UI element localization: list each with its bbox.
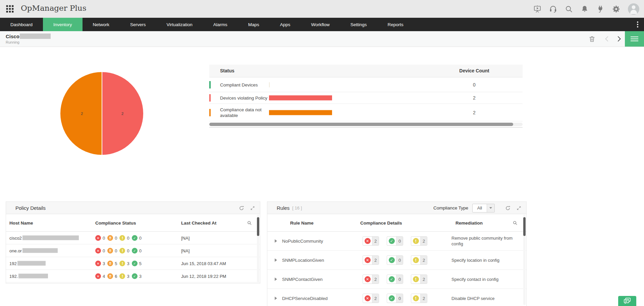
tab-workflow[interactable]: Workflow [301, 18, 340, 31]
compliance-pie-chart[interactable]: 2 2 [60, 72, 143, 155]
row-accent [209, 81, 211, 88]
rule-row[interactable]: SNMPLocationGiven ✕2 ✓0 !2 Specify locat… [267, 251, 526, 270]
expand-icon[interactable] [516, 205, 522, 211]
expand-row-arrow-icon[interactable] [275, 258, 277, 262]
nav-overflow-menu-icon[interactable] [635, 20, 640, 28]
tab-network[interactable]: Network [83, 18, 120, 31]
policy-row[interactable]: 192. ✕4 ‼6 !3 ✓3 Jun 12, 2018 19:22 PM [6, 270, 260, 283]
device-subheader: Cisco Running [0, 31, 644, 47]
expand-row-arrow-icon[interactable] [275, 239, 277, 243]
panel-title: Policy Details [15, 205, 46, 211]
violation-icon: ✕ [365, 257, 371, 263]
live-chat-button[interactable] [618, 296, 636, 306]
vertical-scrollbar[interactable] [257, 215, 259, 282]
warning-count: 2 [420, 256, 427, 264]
major-count: 0 [115, 248, 117, 253]
policy-row[interactable]: one.or ✕0 ‼0 !0 ✓0 [NA] [6, 244, 260, 257]
refresh-icon[interactable] [239, 205, 244, 211]
tab-maps[interactable]: Maps [238, 18, 270, 31]
compliant-icon: ✓ [389, 238, 395, 244]
device-status: Running [6, 40, 19, 44]
device-menu-button[interactable] [625, 31, 644, 47]
compliant-icon: ✓ [389, 276, 395, 282]
delete-trash-icon[interactable] [588, 35, 596, 43]
expand-row-arrow-icon[interactable] [275, 297, 277, 300]
host-name: one.or [9, 248, 58, 253]
policy-row[interactable]: 192 ✕3 ‼5 !3 ✓5 Jun 15, 2018 03:47 AM [6, 257, 260, 270]
support-headset-icon[interactable] [549, 5, 557, 13]
minor-icon: ! [119, 260, 125, 266]
refresh-icon[interactable] [505, 205, 511, 211]
compliance-type-dropdown[interactable]: All [472, 204, 495, 212]
column-compliance-status: Compliance Status [95, 220, 136, 225]
apps-grid-icon[interactable] [6, 5, 14, 13]
policy-row[interactable]: cisco2 ✕0 ‼0 !0 ✓0 [NA] [6, 232, 260, 244]
tab-dashboard[interactable]: Dashboard [0, 18, 43, 31]
last-checked-at: [NA] [181, 248, 190, 253]
major-count: 5 [115, 261, 117, 266]
notifications-bell-icon[interactable] [581, 5, 589, 13]
dropdown-value: All [473, 204, 487, 212]
pie-slice-divider [102, 72, 102, 155]
redacted-text [22, 235, 79, 240]
addons-plug-icon[interactable] [596, 5, 604, 13]
row-accent [209, 94, 211, 102]
tab-reports[interactable]: Reports [377, 18, 414, 31]
compliance-status-icons: ✕4 ‼6 !3 ✓3 [95, 273, 143, 279]
previous-chevron-icon[interactable] [603, 35, 611, 43]
table-row[interactable]: Compliant Devices 0 [209, 77, 523, 92]
column-search-icon[interactable] [247, 220, 252, 225]
rule-row[interactable]: SNMPContactGiven ✕2 ✓0 !2 Specify contac… [267, 270, 526, 289]
demo-presentation-icon[interactable] [533, 5, 541, 13]
vertical-scrollbar[interactable] [523, 215, 526, 305]
warning-icon: ! [413, 238, 419, 244]
major-icon: ‼ [107, 235, 113, 241]
status-bar [269, 110, 332, 115]
violation-icon: ✕ [95, 273, 101, 279]
filter-label: Compliance Type [433, 205, 468, 210]
chat-bubbles-icon [623, 297, 632, 305]
compliant-count: 0 [396, 256, 403, 264]
tab-alarms[interactable]: Alarms [203, 18, 238, 31]
violation-count: 4 [103, 273, 105, 279]
scrollbar-thumb[interactable] [209, 123, 513, 126]
tab-apps[interactable]: Apps [270, 18, 301, 31]
rule-row[interactable]: DHCPServiceDisabled ✕2 ✓0 !2 Disable DHC… [267, 289, 526, 306]
table-bottom-border [209, 127, 523, 128]
status-label: Compliance data not available [220, 107, 271, 118]
compliance-detail-badges: ✕2 ✓0 !2 [363, 255, 427, 265]
minor-icon: ! [119, 235, 125, 241]
compliant-icon: ✓ [132, 235, 138, 241]
user-avatar[interactable] [628, 3, 639, 15]
table-row[interactable]: Devices violating Policy 2 [209, 92, 523, 104]
rule-row[interactable]: NoPublicCommunity ✕2 ✓0 !2 Remove public… [267, 232, 526, 251]
warning-badge: !2 [411, 294, 427, 303]
scrollbar-thumb[interactable] [523, 217, 526, 236]
tab-inventory[interactable]: Inventory [43, 18, 83, 31]
compliance-status-icons: ✕0 ‼0 !0 ✓0 [95, 235, 143, 241]
column-search-icon[interactable] [513, 220, 518, 225]
policy-panel-header: Policy Details [6, 202, 260, 214]
policy-details-panel: Policy Details Host Name Compliance Stat… [6, 201, 260, 284]
horizontal-scrollbar[interactable] [209, 123, 523, 126]
tab-servers[interactable]: Servers [120, 18, 156, 31]
settings-gear-icon[interactable] [612, 5, 620, 13]
violation-count: 0 [103, 235, 105, 240]
next-chevron-icon[interactable] [615, 35, 623, 43]
tab-virtualization[interactable]: Virtualization [156, 18, 203, 31]
redacted-text [20, 34, 51, 39]
compliance-detail-badges: ✕2 ✓0 !2 [363, 294, 427, 303]
redacted-text [18, 273, 48, 278]
compliant-icon: ✓ [132, 248, 138, 253]
warning-count: 2 [420, 237, 427, 245]
expand-row-arrow-icon[interactable] [275, 278, 277, 281]
compliance-detail-badges: ✕2 ✓0 !2 [363, 274, 427, 284]
search-icon[interactable] [565, 5, 573, 13]
expand-icon[interactable] [250, 205, 255, 211]
violation-icon: ✕ [365, 238, 371, 244]
table-row[interactable]: Compliance data not available 2 [209, 104, 523, 121]
violation-icon: ✕ [365, 295, 371, 301]
tab-settings[interactable]: Settings [340, 18, 377, 31]
scrollbar-thumb[interactable] [257, 217, 259, 236]
rules-panel: Rules [ 16 ] Compliance Type All Rule Na… [267, 201, 527, 306]
